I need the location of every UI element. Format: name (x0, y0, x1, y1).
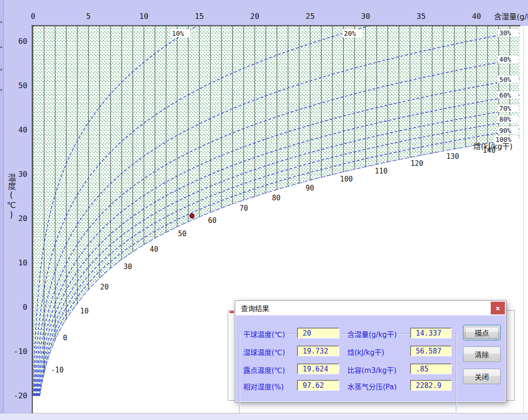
vapor-pressure-input[interactable] (410, 380, 452, 391)
enthalpy-input[interactable] (410, 346, 452, 356)
plotted-point[interactable] (190, 214, 194, 218)
rh-label-20: 20% (344, 30, 356, 37)
window-edge-mark (0, 47, 2, 48)
enthalpy-line-label: 40 (150, 245, 158, 254)
dew-point-temperature-label: 露点温度(℃) (243, 365, 285, 375)
window-edge-mark (0, 90, 2, 91)
x-tick-label: 35 (417, 12, 426, 21)
vapor-pressure-label: 水蒸气分压(Pa) (347, 381, 396, 391)
plot-point-button[interactable]: 描点 (463, 325, 501, 340)
dry-bulb-temperature-label: 干球温度(℃) (243, 329, 285, 339)
x-axis-title: 含湿量(g/kg干) (494, 12, 528, 21)
x-tick-label: 0 (31, 12, 35, 21)
enthalpy-line-label: 10 (80, 307, 89, 315)
dialog-title: 查询结果 (241, 303, 269, 313)
dry-bulb-temperature-input[interactable] (297, 328, 339, 338)
y-tick-label: 10 (18, 258, 27, 267)
enthalpy-line-label: 90 (305, 184, 314, 192)
main-window: 10%20%30%40%50%60%70%80%90%100%-10010203… (0, 0, 528, 420)
x-tick-label: 10 (140, 12, 148, 21)
window-edge-mark (0, 22, 2, 23)
enthalpy-line-label: 100 (340, 175, 353, 183)
y-tick-label: 40 (18, 125, 27, 134)
x-tick-label: 30 (361, 12, 370, 21)
query-result-dialog: 查询结果 x 干球温度(℃) 湿球温度(℃) 露点温度(℃) 相对湿度(%) 含… (235, 300, 506, 403)
y-tick-label: 0 (23, 303, 27, 312)
x-tick-label: 15 (195, 12, 204, 21)
enthalpy-line-label: 130 (446, 152, 459, 161)
close-window-button[interactable]: 关闭 (463, 369, 501, 384)
rh-label-90: 90% (499, 127, 512, 134)
y-axis-title: 温度(℃) (6, 173, 17, 220)
y-tick-label: -10 (14, 347, 27, 356)
enthalpy-line-label: 0 (63, 334, 67, 342)
rh-label-60: 60% (499, 91, 512, 99)
rh-label-30: 30% (499, 29, 512, 37)
specific-volume-input[interactable] (410, 363, 452, 374)
specific-volume-label: 比容(m3/kg干) (347, 365, 396, 375)
enthalpy-line-label: 80 (272, 194, 280, 202)
enthalpy-line-label: 120 (411, 159, 423, 168)
enthalpy-label: 焓(kJ/kg干) (347, 347, 384, 357)
enthalpy-line-label: 110 (375, 167, 388, 175)
enthalpy-line-label: -10 (51, 366, 64, 374)
y-tick-label: -20 (14, 391, 27, 400)
x-tick-label: 20 (250, 12, 259, 21)
y-tick-label: 20 (18, 214, 27, 223)
window-edge-mark (0, 69, 2, 70)
moisture-content-input[interactable] (410, 328, 452, 338)
x-tick-label: 25 (305, 12, 314, 21)
x-tick-label: 40 (472, 12, 481, 21)
rh-label-40: 40% (499, 56, 512, 63)
relative-humidity-input[interactable] (297, 380, 339, 391)
enthalpy-line-label: 70 (239, 204, 248, 213)
rh-label-80: 80% (499, 115, 512, 123)
rh-label-70: 70% (499, 105, 512, 112)
enthalpy-line-label: 60 (208, 216, 216, 225)
moisture-content-label: 含湿量(g/kg干) (347, 329, 397, 339)
y-tick-label: 50 (18, 81, 27, 90)
enthalpy-axis-label: 焓(kJ/kg干) (473, 142, 512, 151)
clear-button[interactable]: 清除 (463, 346, 501, 362)
x-tick-label: 5 (86, 12, 91, 21)
enthalpy-line-label: 30 (124, 263, 132, 271)
dialog-close-button[interactable]: x (491, 302, 505, 314)
y-tick-label: 60 (18, 37, 27, 46)
relative-humidity-label: 相对湿度(%) (243, 381, 284, 391)
wet-bulb-temperature-input[interactable] (297, 346, 339, 356)
enthalpy-line-label: 50 (178, 230, 187, 238)
wet-bulb-temperature-label: 湿球温度(℃) (243, 347, 285, 357)
y-tick-label: 30 (18, 170, 27, 179)
rh-label-10: 10% (172, 30, 184, 37)
dew-point-temperature-input[interactable] (297, 363, 339, 374)
rh-label-50: 50% (499, 76, 512, 83)
dialog-titlebar[interactable]: 查询结果 (235, 301, 506, 315)
dialog-body: 干球温度(℃) 湿球温度(℃) 露点温度(℃) 相对湿度(%) 含湿量(g/kg… (236, 315, 505, 402)
background-window-red-mark (230, 311, 234, 313)
enthalpy-line-label: 20 (100, 283, 108, 291)
